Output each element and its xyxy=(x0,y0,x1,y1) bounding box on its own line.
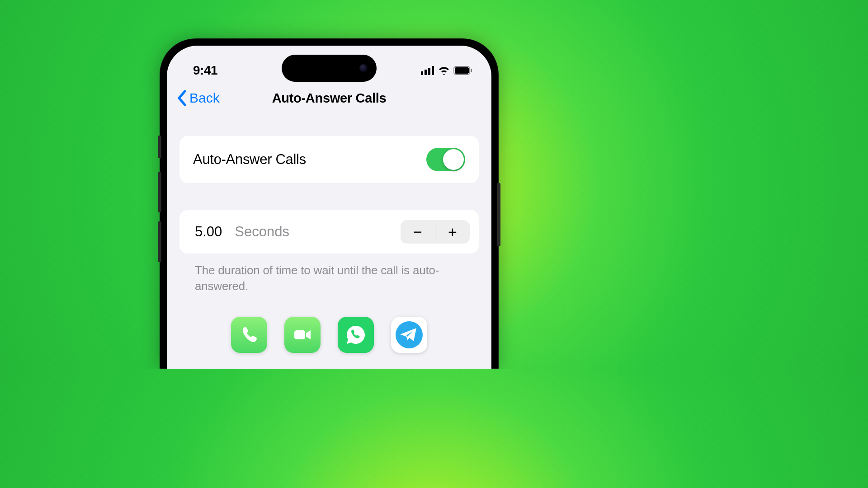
stepper-minus-button[interactable]: − xyxy=(401,220,435,244)
facetime-app-icon[interactable] xyxy=(284,317,321,353)
duration-stepper: − + xyxy=(401,220,470,244)
video-icon xyxy=(292,324,313,346)
dynamic-island xyxy=(282,55,377,82)
page-title: Auto-Answer Calls xyxy=(272,91,387,106)
battery-icon xyxy=(453,66,472,75)
content: Auto-Answer Calls 5.00 Seconds − + The d… xyxy=(167,114,491,353)
wifi-icon xyxy=(438,66,450,75)
power-button[interactable] xyxy=(497,183,500,246)
phone-icon xyxy=(239,325,259,345)
screen: 9:41 xyxy=(167,46,491,369)
svg-rect-6 xyxy=(471,69,472,72)
whatsapp-app-icon[interactable] xyxy=(338,317,374,353)
svg-rect-1 xyxy=(425,70,427,75)
svg-rect-2 xyxy=(428,68,430,75)
app-icons xyxy=(179,317,479,353)
silent-switch[interactable] xyxy=(158,136,161,158)
status-time: 9:41 xyxy=(193,63,217,78)
svg-rect-3 xyxy=(432,66,434,75)
volume-up-button[interactable] xyxy=(158,172,161,212)
cellular-icon xyxy=(421,66,434,75)
duration-footer: The duration of time to wait until the c… xyxy=(179,253,479,294)
duration-row: 5.00 Seconds − + xyxy=(179,210,479,253)
whatsapp-icon xyxy=(344,323,368,347)
status-icons xyxy=(421,66,472,75)
nav-bar: Back Auto-Answer Calls xyxy=(167,82,491,114)
telegram-app-icon[interactable] xyxy=(391,317,427,353)
svg-rect-7 xyxy=(294,330,305,339)
duration-value: 5.00 xyxy=(195,224,222,240)
toggle-label: Auto-Answer Calls xyxy=(193,151,306,168)
auto-answer-toggle-row: Auto-Answer Calls xyxy=(179,136,479,183)
auto-answer-toggle[interactable] xyxy=(426,148,465,171)
back-button[interactable]: Back xyxy=(177,90,220,106)
phone-frame: 9:41 xyxy=(160,38,499,369)
duration-unit: Seconds xyxy=(235,224,401,240)
volume-down-button[interactable] xyxy=(158,221,161,262)
stepper-plus-button[interactable]: + xyxy=(435,220,470,244)
phone-app-icon[interactable] xyxy=(231,317,267,353)
toggle-knob xyxy=(443,149,464,170)
chevron-left-icon xyxy=(177,90,187,106)
svg-rect-0 xyxy=(421,71,423,75)
camera-icon xyxy=(359,64,368,72)
back-label: Back xyxy=(189,90,220,106)
svg-rect-5 xyxy=(455,67,469,74)
telegram-icon xyxy=(394,319,425,350)
